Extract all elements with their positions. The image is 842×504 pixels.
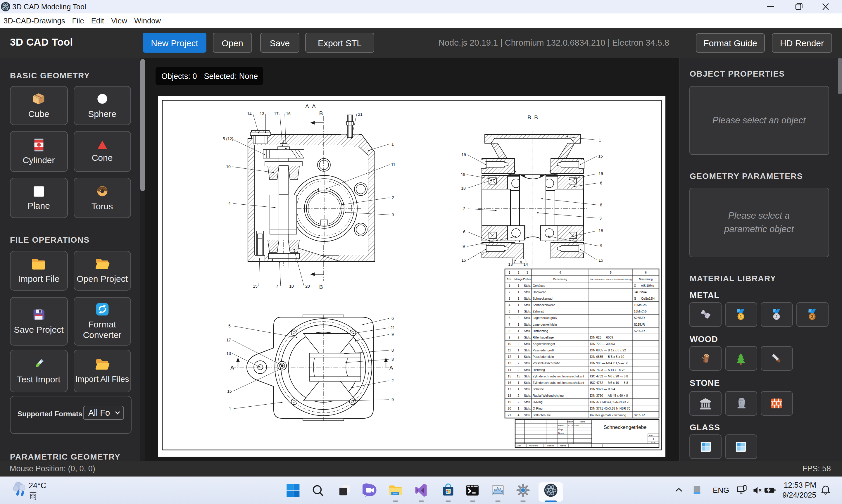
- svg-text:10: 10: [226, 164, 231, 169]
- svg-text:2: 2: [463, 206, 465, 211]
- svg-text:S235JR: S235JR: [634, 413, 645, 417]
- svg-text:1: 1: [509, 271, 510, 274]
- svg-text:16MnCr5: 16MnCr5: [634, 309, 647, 313]
- svg-text:6: 6: [645, 271, 647, 274]
- svg-text:20.03.2006: 20.03.2006: [568, 424, 579, 427]
- svg-text:Stck.: Stck.: [524, 381, 531, 384]
- svg-text:Stck.: Stck.: [524, 335, 531, 339]
- svg-text:Stck.: Stck.: [524, 387, 531, 391]
- svg-text:2: 2: [392, 378, 394, 383]
- svg-text:Gehäuse: Gehäuse: [533, 284, 545, 287]
- svg-text:Stck.: Stck.: [524, 374, 531, 378]
- svg-text:Verschlussschraube: Verschlussschraube: [533, 361, 560, 364]
- svg-text:10 Bl.: 10 Bl.: [651, 441, 656, 443]
- svg-text:Bearb.: Bearb.: [558, 424, 565, 427]
- svg-text:21: 21: [508, 413, 511, 417]
- svg-text:1: 1: [518, 284, 520, 287]
- svg-text:Stck.: Stck.: [524, 361, 531, 364]
- svg-text:21: 21: [390, 325, 395, 330]
- svg-text:1: 1: [518, 322, 520, 326]
- svg-text:17: 17: [274, 111, 279, 116]
- svg-text:Name: Name: [579, 420, 585, 423]
- svg-text:Schneckengetriebe: Schneckengetriebe: [604, 424, 646, 430]
- svg-text:13: 13: [259, 111, 264, 116]
- svg-text:B–B: B–B: [527, 114, 538, 120]
- svg-text:13: 13: [508, 262, 513, 266]
- svg-text:12: 12: [508, 355, 511, 358]
- svg-text:DIN 6885 — B 5 x 5 x 10: DIN 6885 — B 5 x 5 x 10: [590, 355, 624, 358]
- svg-text:2: 2: [392, 195, 394, 200]
- svg-text:Sachnummer / Norm - Kurzbezeic: Sachnummer / Norm - Kurzbezeichnung: [590, 278, 632, 280]
- svg-text:1: 1: [599, 138, 601, 142]
- svg-text:19: 19: [508, 400, 511, 403]
- svg-text:3: 3: [392, 212, 394, 217]
- svg-text:16: 16: [227, 389, 232, 393]
- svg-text:Name: Name: [560, 444, 566, 447]
- svg-text:Hohlwelle: Hohlwelle: [533, 290, 546, 293]
- svg-text:3: 3: [392, 357, 394, 361]
- svg-text:1: 1: [652, 437, 654, 440]
- svg-text:Stiftschraube: Stiftschraube: [533, 413, 551, 417]
- svg-text:Stck.: Stck.: [524, 368, 531, 371]
- svg-text:Benennung: Benennung: [553, 277, 567, 280]
- svg-text:1: 1: [518, 329, 520, 332]
- svg-text:A: A: [390, 364, 393, 371]
- svg-text:Bemerkung: Bemerkung: [639, 277, 653, 280]
- svg-text:2: 2: [518, 335, 520, 339]
- svg-text:9: 9: [392, 397, 394, 402]
- svg-text:14: 14: [508, 368, 511, 371]
- svg-text:Einheit: Einheit: [523, 277, 532, 280]
- svg-text:4: 4: [518, 413, 520, 417]
- svg-text:3: 3: [526, 271, 528, 274]
- svg-text:O-Ring: O-Ring: [533, 406, 543, 410]
- svg-text:15: 15: [461, 257, 466, 262]
- svg-text:1: 1: [518, 309, 520, 313]
- svg-text:5 (12): 5 (12): [223, 136, 234, 141]
- svg-text:Distanzring: Distanzring: [533, 329, 548, 332]
- svg-text:5: 5: [610, 271, 612, 274]
- svg-text:Stck.: Stck.: [524, 309, 531, 313]
- svg-text:9: 9: [509, 335, 510, 339]
- svg-text:Stck.: Stck.: [524, 394, 531, 397]
- svg-text:3: 3: [509, 296, 510, 300]
- svg-text:O-Ring: O-Ring: [533, 400, 543, 403]
- svg-text:S235JR: S235JR: [634, 322, 645, 326]
- svg-text:6: 6: [392, 316, 394, 320]
- svg-text:1: 1: [229, 406, 231, 411]
- svg-text:10: 10: [508, 342, 511, 345]
- svg-text:Radial-Wellendichtring: Radial-Wellendichtring: [533, 394, 564, 397]
- svg-text:17: 17: [226, 337, 231, 342]
- svg-text:DIN 6885 — B 12 x 8 x 22: DIN 6885 — B 12 x 8 x 22: [590, 348, 626, 352]
- svg-text:10: 10: [289, 284, 294, 288]
- svg-text:2: 2: [518, 361, 520, 364]
- svg-text:14: 14: [247, 111, 252, 116]
- svg-text:Lagerdeckel klein: Lagerdeckel klein: [533, 322, 557, 326]
- svg-text:ISO 4762 — M6 x 20 — 8.8: ISO 4762 — M6 x 20 — 8.8: [590, 374, 628, 378]
- svg-text:1: 1: [518, 406, 520, 410]
- svg-text:6: 6: [509, 316, 510, 319]
- svg-text:1: 1: [518, 348, 520, 352]
- svg-text:1: 1: [518, 355, 520, 358]
- svg-text:14: 14: [523, 262, 528, 266]
- svg-text:11: 11: [508, 348, 511, 352]
- svg-text:1: 1: [392, 142, 394, 146]
- svg-text:13: 13: [226, 351, 231, 356]
- svg-text:2: 2: [518, 271, 520, 274]
- svg-text:2: 2: [518, 368, 520, 371]
- svg-text:8: 8: [600, 202, 602, 207]
- svg-text:15: 15: [508, 374, 511, 378]
- svg-text:Datum: Datum: [567, 420, 573, 423]
- svg-text:Stck.: Stck.: [524, 342, 531, 345]
- svg-text:5: 5: [509, 309, 510, 313]
- svg-text:S235JR: S235JR: [634, 329, 645, 332]
- svg-text:8: 8: [392, 347, 394, 352]
- svg-text:Stck.: Stck.: [524, 348, 531, 352]
- svg-text:11: 11: [391, 162, 396, 167]
- svg-text:Stck.: Stck.: [524, 329, 531, 332]
- svg-text:Gepr.: Gepr.: [558, 428, 564, 430]
- svg-text:5: 5: [228, 323, 231, 328]
- svg-text:S235JR: S235JR: [634, 316, 645, 319]
- svg-text:Stck.: Stck.: [524, 284, 531, 287]
- svg-text:2: 2: [518, 394, 520, 397]
- svg-text:Menge: Menge: [514, 277, 522, 280]
